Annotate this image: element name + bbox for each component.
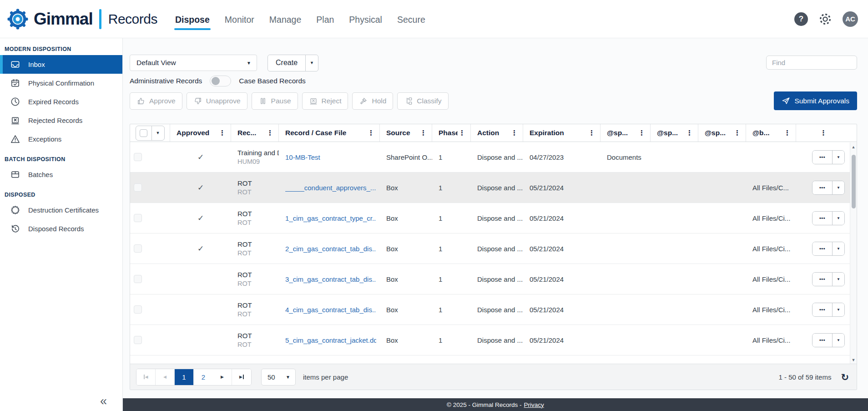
pagination-bar: ◀ ◀ 12 ▶ ▶ 50 ▼ items per page 1 - 50 of… (130, 364, 857, 390)
row-checkbox[interactable] (134, 305, 142, 314)
sidebar-item-exceptions[interactable]: Exceptions (0, 130, 122, 148)
select-all-checkbox[interactable] (140, 129, 147, 137)
select-all-caret-button[interactable]: ▼ (152, 126, 164, 140)
row-more-caret-button[interactable]: ▼ (833, 334, 844, 347)
column-menu-icon[interactable]: ⋮ (587, 129, 596, 137)
nav-tab-plan[interactable]: Plan (316, 15, 334, 25)
sidebar-item-destruction-certificates[interactable]: Destruction Certificates (0, 201, 122, 219)
sidebar-item-batches[interactable]: Batches (0, 165, 122, 184)
row-more-button[interactable]: ••• (812, 181, 833, 194)
next-page-button[interactable]: ▶ (213, 369, 232, 385)
row-more-button[interactable]: ••• (812, 303, 833, 316)
page-size-dropdown[interactable]: 50 ▼ (261, 369, 296, 386)
row-more-caret-button[interactable]: ▼ (833, 242, 844, 255)
sidebar-section-batch-disposition: BATCH DISPOSITION (5, 156, 122, 162)
column-menu-icon[interactable]: ⋮ (510, 129, 519, 137)
column-menu-icon[interactable]: ⋮ (458, 129, 466, 137)
column-menu-icon[interactable]: ⋮ (266, 129, 274, 137)
record-link[interactable]: 3_cim_gas_contract_tab_dis... (285, 275, 376, 283)
record-link[interactable]: 2_cim_gas_contract_tab_dis... (285, 245, 376, 253)
previous-page-button[interactable]: ◀ (156, 369, 175, 385)
submit-approvals-button[interactable]: Submit Approvals (774, 91, 857, 110)
scrollbar-thumb[interactable] (852, 155, 856, 208)
row-more-caret-button[interactable]: ▼ (833, 181, 844, 194)
scroll-down-icon[interactable]: ▼ (850, 358, 857, 362)
help-icon[interactable]: ? (794, 12, 808, 26)
administrative-records-label: Administrative Records (130, 77, 202, 85)
column-menu-icon[interactable]: ⋮ (367, 129, 375, 137)
row-more-caret-button[interactable]: ▼ (833, 151, 844, 164)
page-button-1[interactable]: 1 (175, 369, 194, 385)
row-more-caret-button[interactable]: ▼ (833, 212, 844, 225)
user-avatar[interactable]: AC (843, 11, 858, 27)
nav-tab-manage[interactable]: Manage (269, 15, 301, 25)
last-page-button[interactable]: ▶ (232, 369, 251, 385)
column-label: Record / Case File (285, 129, 346, 137)
create-caret-button[interactable]: ▼ (306, 55, 318, 71)
nav-tab-physical[interactable]: Physical (349, 15, 382, 25)
column-menu-icon[interactable]: ⋮ (218, 129, 227, 137)
record-link[interactable]: 10-MB-Test (285, 153, 320, 161)
approve-label: Approve (149, 97, 176, 105)
sidebar-collapse-button[interactable]: « (100, 395, 107, 407)
cell-source: Box (380, 233, 432, 264)
row-more-button[interactable]: ••• (812, 334, 833, 347)
classify-button[interactable]: Classify (397, 92, 448, 110)
sidebar-item-rejected-records[interactable]: Rejected Records (0, 111, 122, 130)
unapprove-button[interactable]: Unapprove (187, 92, 247, 110)
nav-tab-dispose[interactable]: Dispose (175, 15, 210, 25)
cell-sp1: Documents (601, 142, 651, 172)
row-checkbox[interactable] (134, 275, 142, 283)
row-more-button[interactable]: ••• (812, 242, 833, 255)
row-more-caret-button[interactable]: ▼ (833, 273, 844, 286)
column-menu-icon[interactable]: ⋮ (783, 129, 792, 137)
row-more-caret-button[interactable]: ▼ (833, 303, 844, 316)
column-menu-icon[interactable]: ⋮ (819, 129, 828, 137)
row-checkbox[interactable] (134, 153, 142, 161)
record-class-title: ROT (237, 210, 252, 218)
column-menu-icon[interactable]: ⋮ (637, 129, 646, 137)
column-header-sp1: @sp...⋮ (601, 124, 651, 142)
row-checkbox[interactable] (134, 244, 142, 253)
sidebar-item-disposed-records[interactable]: Disposed Records (0, 219, 122, 238)
row-checkbox[interactable] (134, 214, 142, 222)
sidebar-item-physical-confirmation[interactable]: Physical Confirmation (0, 74, 122, 92)
refresh-icon[interactable]: ↻ (841, 372, 849, 382)
privacy-link[interactable]: Privacy (524, 401, 544, 408)
submit-approvals-label: Submit Approvals (794, 97, 849, 105)
record-link[interactable]: 1_cim_gas_contract_type_cr... (285, 214, 376, 222)
create-button[interactable]: Create (268, 55, 306, 71)
cell-action: Dispose and ... (471, 173, 523, 203)
find-input[interactable] (766, 56, 857, 70)
sidebar-item-inbox[interactable]: Inbox (0, 55, 122, 74)
nav-tab-secure[interactable]: Secure (397, 15, 425, 25)
approve-button[interactable]: Approve (130, 92, 182, 110)
page-button-2[interactable]: 2 (194, 369, 213, 385)
first-page-button[interactable]: ◀ (136, 369, 156, 385)
row-more-button[interactable]: ••• (812, 212, 833, 225)
pause-button[interactable]: Pause (252, 92, 298, 110)
nav-tab-monitor[interactable]: Monitor (225, 15, 254, 25)
cell-sp3 (698, 173, 746, 203)
record-link[interactable]: 5_cim_gas_contract_jacket.dql (285, 336, 376, 344)
top-bar: Gimmal Records Dispose Monitor Manage Pl… (0, 0, 868, 38)
record-link[interactable]: _____conduent_approvers_... (285, 184, 376, 192)
hold-button[interactable]: Hold (352, 92, 393, 110)
sidebar-item-expired-records[interactable]: Expired Records (0, 92, 122, 111)
record-link[interactable]: 4_cim_gas_contract_tab_dis... (285, 306, 376, 314)
row-more-button[interactable]: ••• (812, 151, 833, 164)
row-more-button[interactable]: ••• (812, 273, 833, 286)
column-menu-icon[interactable]: ⋮ (733, 129, 742, 137)
vertical-scrollbar[interactable]: ▲ ▼ (850, 142, 857, 365)
settings-gear-icon[interactable] (818, 12, 832, 26)
reject-button[interactable]: Reject (302, 92, 348, 110)
view-select-dropdown[interactable]: Default View ▼ (130, 55, 257, 71)
row-checkbox[interactable] (134, 336, 142, 344)
column-menu-icon[interactable]: ⋮ (685, 129, 694, 137)
scroll-up-icon[interactable]: ▲ (850, 145, 857, 149)
record-class-code: ROT (237, 280, 252, 287)
records-mode-toggle[interactable] (210, 76, 231, 86)
row-checkbox[interactable] (134, 183, 142, 192)
column-menu-icon[interactable]: ⋮ (419, 129, 428, 137)
sidebar-item-label: Batches (28, 171, 53, 178)
